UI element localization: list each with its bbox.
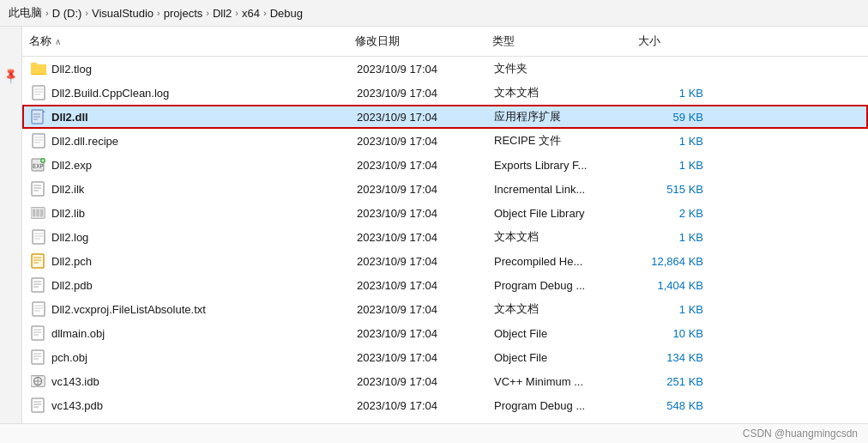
- pdb-icon: [31, 397, 46, 413]
- table-row[interactable]: Dll2.tlog2023/10/9 17:04文件夹: [22, 57, 868, 81]
- file-type: Program Debug ...: [487, 277, 633, 294]
- breadcrumb-item[interactable]: Dll2: [213, 7, 232, 20]
- txt-icon: [31, 229, 46, 245]
- table-row[interactable]: EXP Dll2.exp2023/10/9 17:04Exports Libra…: [22, 153, 868, 177]
- col-type[interactable]: 类型: [485, 30, 631, 52]
- file-size: 548 KB: [633, 397, 710, 414]
- file-modified: 2023/10/9 17:04: [350, 157, 487, 173]
- table-row[interactable]: Dll2.pdb2023/10/9 17:04Program Debug ...…: [22, 273, 868, 297]
- breadcrumb-item[interactable]: VisualStudio: [92, 7, 154, 20]
- breadcrumb-item[interactable]: 此电脑: [9, 5, 42, 21]
- table-row[interactable]: pch.obj2023/10/9 17:04Object File134 KB: [22, 345, 868, 369]
- file-name: Dll2.dll: [51, 111, 88, 124]
- address-bar: 此电脑›D (D:)›VisualStudio›projects›Dll2›x6…: [0, 0, 868, 27]
- table-row[interactable]: vc143.pdb2023/10/9 17:04Program Debug ..…: [22, 393, 868, 417]
- col-modified[interactable]: 修改日期: [348, 30, 485, 52]
- file-type: 文本文档: [487, 228, 633, 246]
- file-name: Dll2.Build.CppClean.log: [51, 87, 169, 100]
- svg-text:EXP: EXP: [33, 163, 44, 170]
- ilk-icon: [31, 181, 46, 197]
- file-modified: 2023/10/9 17:04: [350, 181, 487, 197]
- breadcrumb-item[interactable]: projects: [164, 7, 203, 20]
- exp-icon: EXP: [31, 157, 46, 173]
- file-name: dllmain.obj: [51, 327, 105, 340]
- table-row[interactable]: Dll2.dll.recipe2023/10/9 17:04RECIPE 文件1…: [22, 129, 868, 153]
- breadcrumb-item[interactable]: D (D:): [52, 7, 82, 20]
- txt-icon: [31, 301, 46, 317]
- file-size: 1 KB: [633, 133, 710, 149]
- lib-icon: [31, 205, 46, 221]
- file-size: 134 KB: [633, 349, 710, 366]
- svg-rect-3: [33, 86, 45, 100]
- table-row[interactable]: Dll2.Build.CppClean.log2023/10/9 17:04文本…: [22, 81, 868, 105]
- file-type: Exports Library F...: [487, 157, 633, 173]
- file-name: vc143.idb: [51, 375, 99, 388]
- file-area: 名称 ∧ 修改日期 类型 大小 Dll2.tlog2023/10/9: [22, 27, 868, 423]
- file-name: Dll2.pdb: [51, 279, 93, 292]
- file-size: 1 KB: [633, 301, 710, 318]
- file-name: Dll2.tlog: [51, 63, 92, 76]
- file-size: 1,404 KB: [633, 277, 710, 294]
- table-row[interactable]: dllmain.obj2023/10/9 17:04Object File10 …: [22, 321, 868, 345]
- file-modified: 2023/10/9 17:04: [350, 253, 487, 270]
- obj-icon: [31, 325, 46, 341]
- file-size: 515 KB: [633, 181, 710, 197]
- file-name-cell: pch.obj: [24, 348, 350, 367]
- breadcrumb-item[interactable]: x64: [242, 7, 260, 20]
- svg-rect-27: [36, 209, 39, 217]
- svg-rect-57: [32, 398, 44, 412]
- svg-rect-33: [32, 254, 44, 268]
- col-size[interactable]: 大小: [631, 30, 708, 52]
- watermark: CSDN @huangmingcsdn: [0, 423, 868, 443]
- file-modified: 2023/10/9 17:04: [350, 373, 487, 390]
- file-modified: 2023/10/9 17:04: [350, 61, 487, 77]
- file-name: Dll2.ilk: [51, 183, 84, 196]
- svg-rect-37: [32, 278, 44, 292]
- file-name-cell: Dll2.ilk: [24, 179, 350, 198]
- file-type: Object File: [487, 349, 633, 366]
- pin-icon[interactable]: 📌: [1, 67, 21, 87]
- file-modified: 2023/10/9 17:04: [350, 205, 487, 222]
- file-modified: 2023/10/9 17:04: [350, 109, 487, 125]
- file-name: Dll2.log: [51, 231, 88, 244]
- file-size: 1 KB: [633, 229, 710, 246]
- file-modified: 2023/10/9 17:04: [350, 349, 487, 366]
- svg-rect-29: [33, 230, 45, 244]
- col-name[interactable]: 名称 ∧: [22, 30, 348, 52]
- file-modified: 2023/10/9 17:04: [350, 301, 487, 318]
- content-area: 📌 名称 ∧ 修改日期 类型 大小: [0, 27, 868, 423]
- obj-icon: [31, 349, 46, 365]
- file-size: 59 KB: [633, 109, 710, 125]
- file-name-cell: vc143.idb: [24, 372, 350, 391]
- txt-icon: [31, 85, 46, 100]
- txt-icon: [31, 133, 46, 149]
- table-row[interactable]: Dll2.lib2023/10/9 17:04Object File Libra…: [22, 201, 868, 225]
- file-type: 文本文档: [487, 83, 633, 102]
- file-name: pch.obj: [51, 351, 87, 364]
- breadcrumb-separator: ›: [263, 8, 267, 18]
- svg-rect-49: [32, 350, 44, 364]
- file-type: Precompiled He...: [487, 253, 633, 270]
- table-row[interactable]: Dll2.vcxproj.FileListAbsolute.txt2023/10…: [22, 297, 868, 321]
- table-row[interactable]: vc143.idb2023/10/9 17:04VC++ Minimum ...…: [22, 369, 868, 393]
- file-name-cell: EXP Dll2.exp: [24, 155, 350, 174]
- table-row[interactable]: Dll2.pch2023/10/9 17:04Precompiled He...…: [22, 249, 868, 273]
- svg-rect-21: [32, 182, 44, 196]
- file-name-cell: Dll2.pdb: [24, 276, 350, 294]
- breadcrumb: 此电脑›D (D:)›VisualStudio›projects›Dll2›x6…: [9, 5, 303, 21]
- svg-rect-28: [40, 209, 44, 217]
- file-name-cell: vc143.pdb: [24, 396, 350, 415]
- file-type: Object File: [487, 325, 633, 342]
- file-modified: 2023/10/9 17:04: [350, 133, 487, 149]
- file-type: VC++ Minimum ...: [487, 373, 633, 390]
- table-row[interactable]: Dll2.dll2023/10/9 17:04应用程序扩展59 KB: [22, 105, 868, 129]
- dll-icon: [31, 109, 46, 124]
- table-row[interactable]: Dll2.ilk2023/10/9 17:04Incremental Link.…: [22, 177, 868, 201]
- table-row[interactable]: Dll2.log2023/10/9 17:04文本文档1 KB: [22, 225, 868, 249]
- file-modified: 2023/10/9 17:04: [350, 85, 487, 101]
- file-type: 应用程序扩展: [487, 107, 633, 126]
- file-name: Dll2.lib: [51, 207, 85, 220]
- file-name-cell: Dll2.tlog: [24, 59, 350, 78]
- file-size: 1 KB: [633, 85, 710, 101]
- breadcrumb-item[interactable]: Debug: [270, 7, 303, 20]
